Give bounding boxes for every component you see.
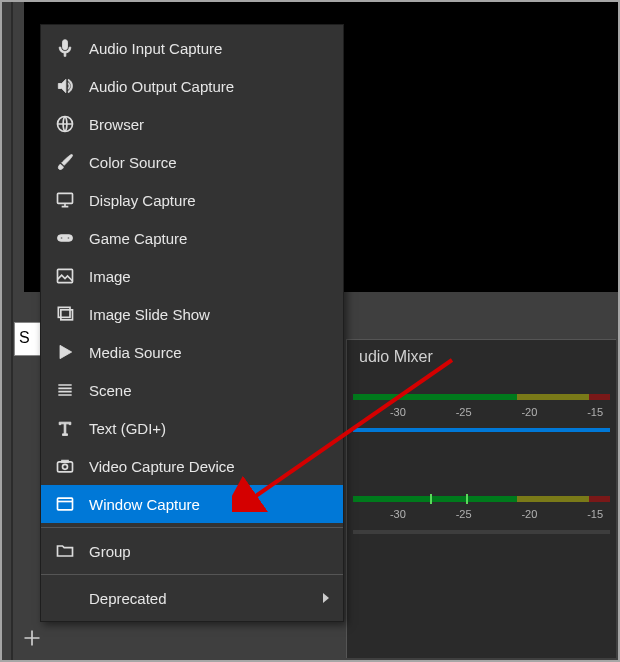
tick-label: -25 [449, 508, 479, 520]
svg-point-3 [61, 237, 63, 239]
tick-label: -25 [449, 406, 479, 418]
svg-rect-10 [62, 460, 69, 463]
gamepad-icon [53, 228, 77, 248]
text-icon [53, 418, 77, 438]
speaker-icon [53, 76, 77, 96]
volume-slider[interactable] [353, 428, 610, 432]
svg-point-4 [67, 237, 69, 239]
menu-item-label: Media Source [89, 344, 329, 361]
tick-label: -15 [580, 508, 610, 520]
menu-separator [41, 527, 343, 528]
menu-item-color-source[interactable]: Color Source [41, 143, 343, 181]
menu-item-group[interactable]: Group [41, 532, 343, 570]
globe-icon [53, 114, 77, 134]
image-stack-icon [53, 304, 77, 324]
menu-item-label: Display Capture [89, 192, 329, 209]
tick-label: -20 [515, 508, 545, 520]
menu-item-browser[interactable]: Browser [41, 105, 343, 143]
microphone-icon [53, 38, 77, 58]
brush-icon [53, 152, 77, 172]
tick-label: -20 [515, 406, 545, 418]
add-source-menu: Audio Input Capture Audio Output Capture… [40, 24, 344, 622]
menu-item-label: Game Capture [89, 230, 329, 247]
add-source-button[interactable] [18, 624, 46, 652]
menu-item-text-gdi[interactable]: Text (GDI+) [41, 409, 343, 447]
menu-item-display-capture[interactable]: Display Capture [41, 181, 343, 219]
menu-separator [41, 574, 343, 575]
menu-item-label: Image [89, 268, 329, 285]
monitor-icon [53, 190, 77, 210]
menu-item-image-slide-show[interactable]: Image Slide Show [41, 295, 343, 333]
menu-item-label: Audio Output Capture [89, 78, 329, 95]
image-icon [53, 266, 77, 286]
left-divider [11, 2, 13, 660]
meter-tick-labels: -30 -25 -20 -15 [353, 508, 610, 520]
svg-rect-2 [58, 235, 73, 242]
audio-mixer-panel: udio Mixer -30 -25 -20 -15 -30 -25 -20 -… [346, 339, 616, 658]
menu-item-media-source[interactable]: Media Source [41, 333, 343, 371]
submenu-arrow-icon [323, 593, 329, 603]
menu-item-video-capture-device[interactable]: Video Capture Device [41, 447, 343, 485]
folder-icon [53, 541, 77, 561]
list-icon [53, 380, 77, 400]
menu-item-label: Browser [89, 116, 329, 133]
menu-item-deprecated[interactable]: Deprecated [41, 579, 343, 617]
menu-item-label: Audio Input Capture [89, 40, 329, 57]
menu-item-label: Group [89, 543, 329, 560]
menu-item-image[interactable]: Image [41, 257, 343, 295]
svg-rect-1 [58, 193, 73, 203]
plus-icon [22, 628, 42, 648]
play-icon [53, 342, 77, 362]
tick-label: -15 [580, 406, 610, 418]
svg-rect-8 [58, 462, 73, 472]
menu-item-label: Scene [89, 382, 329, 399]
audio-meter-1: -30 -25 -20 -15 [353, 392, 610, 438]
audio-meter-2: -30 -25 -20 -15 [353, 494, 610, 540]
menu-item-label: Window Capture [89, 496, 329, 513]
menu-item-audio-input-capture[interactable]: Audio Input Capture [41, 29, 343, 67]
meter-tick-labels: -30 -25 -20 -15 [353, 406, 610, 418]
svg-rect-11 [58, 498, 73, 510]
camera-icon [53, 456, 77, 476]
menu-item-label: Video Capture Device [89, 458, 329, 475]
audio-mixer-title: udio Mixer [347, 340, 616, 374]
menu-item-label: Image Slide Show [89, 306, 329, 323]
menu-item-label: Color Source [89, 154, 329, 171]
tick-label: -30 [383, 508, 413, 520]
tick-label: -30 [383, 406, 413, 418]
menu-item-game-capture[interactable]: Game Capture [41, 219, 343, 257]
tab-label-fragment: S [19, 329, 30, 346]
volume-slider[interactable] [353, 530, 610, 534]
menu-item-scene[interactable]: Scene [41, 371, 343, 409]
svg-point-9 [63, 464, 68, 469]
menu-item-audio-output-capture[interactable]: Audio Output Capture [41, 67, 343, 105]
menu-item-window-capture[interactable]: Window Capture [41, 485, 343, 523]
menu-item-label: Deprecated [89, 590, 323, 607]
menu-item-label: Text (GDI+) [89, 420, 329, 437]
window-icon [53, 494, 77, 514]
